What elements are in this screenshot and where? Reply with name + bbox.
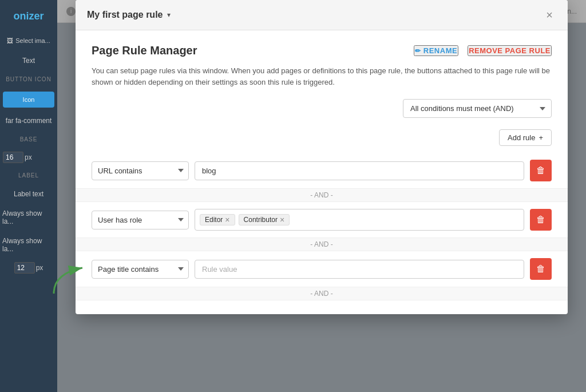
delete-icon-1: 🗑 <box>536 165 545 176</box>
tag-editor-label: Editor <box>205 216 223 224</box>
base-section: Base <box>0 134 57 145</box>
tags-input-2[interactable]: Editor × Contributor × <box>195 209 524 231</box>
sidebar-icon-class: far fa-comment <box>3 114 54 127</box>
base-row: px <box>3 152 54 163</box>
and-divider-2: - AND - <box>76 237 568 251</box>
add-rule-label: Add rule <box>508 133 535 142</box>
tag-contributor-remove[interactable]: × <box>280 216 284 224</box>
rule-type-select-1[interactable]: URL contains User has role Page title co… <box>92 161 189 180</box>
size-unit: px <box>36 264 43 272</box>
app-logo: onizer <box>9 6 48 27</box>
modal-overlay: My first page rule ▾ × Page Rule Manager… <box>57 0 586 392</box>
sidebar-icon-tab[interactable]: Icon <box>3 92 54 108</box>
condition-select[interactable]: All conditions must meet (AND) Any condi… <box>403 99 552 118</box>
base-size-input[interactable]: px <box>3 152 32 163</box>
tag-editor: Editor × <box>200 214 235 225</box>
always-show-1: Always show la... <box>0 207 57 228</box>
condition-selector-row: All conditions must meet (AND) Any condi… <box>92 99 552 118</box>
prm-actions: ✏ RENAME REMOVE PAGE RULE <box>414 45 552 56</box>
sidebar-select-image[interactable]: 🖼 Select ima... <box>5 34 53 47</box>
prm-header: Page Rule Manager ✏ RENAME REMOVE PAGE R… <box>92 44 552 57</box>
modal-title-bar: My first page rule ▾ × <box>76 0 568 30</box>
base-size-field[interactable] <box>3 152 23 163</box>
rule-value-input-1[interactable] <box>195 161 524 180</box>
delete-icon-3: 🗑 <box>536 264 545 274</box>
label-section: LABEL <box>0 170 57 181</box>
modal-dialog: My first page rule ▾ × Page Rule Manager… <box>76 0 568 314</box>
rule-row-1: URL contains User has role Page title co… <box>92 153 552 188</box>
size-field[interactable] <box>14 262 35 274</box>
and-divider-1: - AND - <box>76 188 568 202</box>
remove-page-rule-button[interactable]: REMOVE PAGE RULE <box>468 45 552 56</box>
prm-title: Page Rule Manager <box>92 44 197 57</box>
sidebar: onizer 🖼 Select ima... Text BUTTON ICON … <box>0 0 57 392</box>
tag-contributor-label: Contributor <box>244 216 278 224</box>
rename-icon: ✏ <box>415 47 421 55</box>
modal-body: Page Rule Manager ✏ RENAME REMOVE PAGE R… <box>76 30 568 314</box>
rename-button[interactable]: ✏ RENAME <box>414 45 458 56</box>
sidebar-text: Text <box>20 54 37 67</box>
prm-description: You can setup page rules via this window… <box>92 65 552 88</box>
rule-type-select-3[interactable]: URL contains User has role Page title co… <box>92 260 189 279</box>
and-divider-3: - AND - <box>76 287 568 300</box>
rule-type-select-2[interactable]: URL contains User has role Page title co… <box>92 211 189 229</box>
rule-value-input-3[interactable] <box>195 260 524 279</box>
modal-title-left: My first page rule ▾ <box>87 10 171 20</box>
modal-close-button[interactable]: × <box>543 8 556 22</box>
button-icon-section: BUTTON ICON <box>0 74 57 85</box>
rule-delete-button-3[interactable]: 🗑 <box>530 258 552 280</box>
size-input[interactable]: px <box>14 262 43 274</box>
rule-row-2: URL contains User has role Page title co… <box>92 202 552 237</box>
base-unit: px <box>25 153 32 161</box>
rename-label: RENAME <box>423 46 457 55</box>
tag-contributor: Contributor × <box>239 214 290 225</box>
image-icon: 🖼 <box>7 37 13 44</box>
always-show-2: Always show la... <box>0 235 57 255</box>
add-rule-button[interactable]: Add rule + <box>499 129 552 146</box>
add-rule-icon: + <box>539 133 543 142</box>
add-rule-row: Add rule + <box>92 129 552 146</box>
tag-editor-remove[interactable]: × <box>225 216 229 224</box>
modal-title-dropdown-icon[interactable]: ▾ <box>167 11 171 19</box>
rule-row-3: URL contains User has role Page title co… <box>92 251 552 287</box>
delete-icon-2: 🗑 <box>536 215 545 225</box>
rule-delete-button-1[interactable]: 🗑 <box>530 160 552 181</box>
label-text: Label text <box>11 188 46 200</box>
rule-delete-button-2[interactable]: 🗑 <box>530 209 552 231</box>
modal-title: My first page rule <box>87 10 163 20</box>
